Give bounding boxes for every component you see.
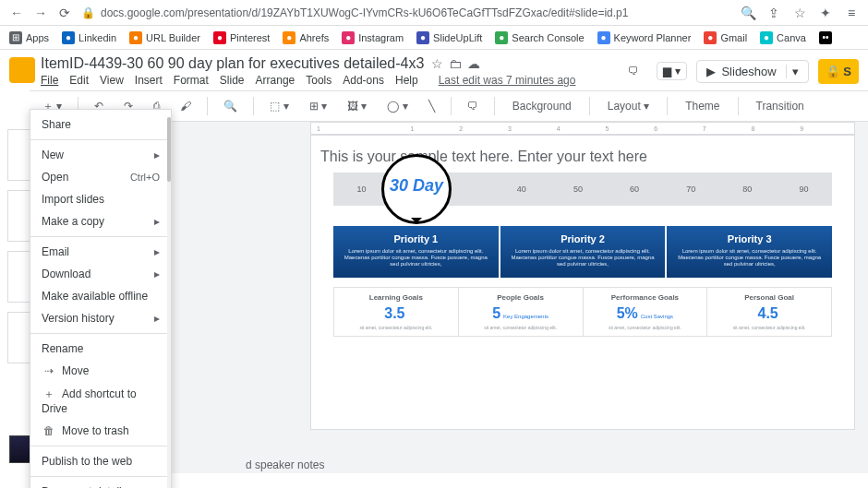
menu-add-ons[interactable]: Add-ons	[343, 74, 384, 87]
url-bar[interactable]: 🔒 docs.google.com/presentation/d/19ZAYbT…	[81, 6, 731, 19]
slideshow-button[interactable]: ▶Slideshow▾	[696, 60, 808, 83]
file-menu-move[interactable]: ⇢Move	[30, 360, 171, 382]
share-page-icon[interactable]: ⇪	[766, 6, 781, 20]
select-tool-button[interactable]: ⬚ ▾	[262, 96, 295, 116]
comment-button[interactable]: 🗨	[460, 96, 486, 116]
file-menu-add-shortcut-to-drive[interactable]: ＋Add shortcut to Drive	[30, 382, 171, 420]
canvas-area: 1123456789 This is your sample text here…	[120, 122, 868, 473]
slide-canvas[interactable]: This is your sample text here. Enter you…	[310, 135, 855, 430]
file-menu-publish-to-the-web[interactable]: Publish to the web	[30, 450, 171, 472]
background-button[interactable]: Background	[503, 96, 581, 116]
file-menu-download[interactable]: Download▸	[30, 263, 171, 285]
star-icon[interactable]: ☆	[792, 6, 807, 20]
file-menu-new[interactable]: New▸	[30, 144, 171, 166]
move-doc-icon[interactable]: 🗀	[449, 56, 462, 71]
priority-card: Priority 3Lorem ipsum dolor sit amet, co…	[667, 226, 832, 278]
speaker-notes[interactable]: d speaker notes	[246, 458, 324, 471]
meet-button[interactable]: ▆▾	[657, 62, 687, 80]
url-text: docs.google.com/presentation/d/19ZAYbT1X…	[101, 6, 628, 19]
play-icon: ▶	[706, 65, 716, 78]
lock-icon: 🔒	[81, 6, 95, 19]
bookmark-pinterest[interactable]: ●Pinterest	[213, 31, 270, 44]
file-menu-email[interactable]: Email▸	[30, 241, 171, 263]
doc-title[interactable]: ItemID-4439-30 60 90 day plan for execut…	[41, 55, 424, 72]
file-menu-import-slides[interactable]: Import slides	[30, 188, 171, 210]
transition-button[interactable]: Transition	[747, 96, 814, 116]
menu-slide[interactable]: Slide	[220, 74, 245, 87]
zoom-icon[interactable]: 🔍	[741, 6, 755, 20]
menu-tools[interactable]: Tools	[306, 74, 332, 87]
bookmark-keyword-planner[interactable]: ●Keyword Planner	[597, 31, 692, 44]
line-button[interactable]: ╲	[421, 96, 442, 116]
cloud-status-icon[interactable]: ☁	[467, 56, 480, 71]
bookmark-canva[interactable]: ●Canva	[760, 31, 806, 44]
priority-card: Priority 2Lorem ipsum dolor sit amet, co…	[500, 226, 666, 278]
forward-icon[interactable]: →	[33, 6, 48, 20]
bookmark-extra[interactable]: ••	[819, 31, 832, 44]
file-menu-document-details[interactable]: Document details	[30, 481, 171, 488]
apps-button[interactable]: ⊞Apps	[9, 31, 49, 44]
bookmark-instagram[interactable]: ●Instagram	[342, 31, 404, 44]
readlist-icon[interactable]: ≡	[844, 6, 859, 20]
goal-cell: Personal Goal4.5sit amet, consectetur ad…	[707, 288, 831, 336]
bookmark-gmail[interactable]: ●Gmail	[704, 31, 747, 44]
paint-format-button[interactable]: 🖌	[173, 96, 199, 116]
horizontal-ruler: 1123456789	[310, 122, 855, 135]
goal-cell: Performance Goals5%Cost Savingssit amet,…	[584, 288, 708, 336]
file-menu-rename[interactable]: Rename	[30, 338, 171, 360]
menu-format[interactable]: Format	[174, 74, 209, 87]
bookmark-linkedin[interactable]: ●Linkedin	[62, 31, 116, 44]
reload-icon[interactable]: ⟳	[57, 6, 72, 20]
layout-button[interactable]: Layout ▾	[598, 96, 658, 116]
goal-cell: Learning Goals3.5sit amet, consectetur a…	[334, 288, 459, 336]
file-menu-share[interactable]: Share	[30, 113, 171, 136]
priority-card: Priority 1Lorem ipsum dolor sit amet, co…	[333, 226, 499, 278]
menu-insert[interactable]: Insert	[135, 74, 163, 87]
share-button[interactable]: 🔒 S	[818, 59, 859, 84]
shape-button[interactable]: ◯ ▾	[380, 96, 415, 116]
bookmark-ahrefs[interactable]: ●Ahrefs	[283, 31, 329, 44]
goals-row: Learning Goals3.5sit amet, consectetur a…	[333, 287, 832, 337]
extensions-icon[interactable]: ✦	[818, 6, 833, 20]
goal-cell: People Goals5Key Engagementssit amet, co…	[459, 288, 584, 336]
file-menu-move-to-trash[interactable]: 🗑Move to trash	[30, 420, 171, 442]
menu-help[interactable]: Help	[395, 74, 418, 87]
menu-view[interactable]: View	[100, 74, 124, 87]
bookmark-search-console[interactable]: ●Search Console	[495, 31, 584, 44]
lock-small-icon: 🔒	[826, 65, 840, 78]
textbox-button[interactable]: ⊞ ▾	[302, 96, 334, 116]
slides-logo-icon[interactable]	[9, 57, 35, 83]
file-menu-version-history[interactable]: Version history▸	[30, 307, 171, 329]
file-menu-make-available-offline[interactable]: Make available offline	[30, 285, 171, 307]
file-menu-dropdown: ShareNew▸OpenCtrl+OImport slidesMake a c…	[30, 109, 172, 488]
back-icon[interactable]: ←	[9, 6, 24, 20]
file-menu-make-a-copy[interactable]: Make a copy▸	[30, 210, 171, 232]
bookmarks-bar: ⊞Apps ●Linkedin●URL Builder●Pinterest●Ah…	[0, 26, 868, 50]
gauge-bar: 30 Day 1020 405060708090	[333, 173, 832, 206]
menu-arrange[interactable]: Arrange	[256, 74, 295, 87]
image-button[interactable]: 🖼 ▾	[340, 96, 374, 116]
comments-icon[interactable]: 🗨	[620, 57, 647, 85]
meet-icon: ▆	[663, 65, 671, 77]
last-edit-text[interactable]: Last edit was 7 minutes ago	[439, 74, 576, 87]
bookmark-url-builder[interactable]: ●URL Builder	[129, 31, 200, 44]
file-menu-open[interactable]: OpenCtrl+O	[30, 166, 171, 188]
menu-file[interactable]: File	[41, 74, 58, 87]
bookmark-slideuplift[interactable]: ●SlideUpLift	[416, 31, 482, 44]
priority-row: Priority 1Lorem ipsum dolor sit amet, co…	[333, 226, 832, 278]
theme-button[interactable]: Theme	[676, 96, 729, 116]
star-doc-icon[interactable]: ☆	[431, 56, 443, 71]
app-header: ItemID-4439-30 60 90 day plan for execut…	[0, 50, 868, 87]
zoom-tool-button[interactable]: 🔍	[216, 96, 245, 116]
menu-edit[interactable]: Edit	[69, 74, 89, 87]
dial-30day: 30 Day	[381, 154, 452, 224]
browser-chrome: ← → ⟳ 🔒 docs.google.com/presentation/d/1…	[0, 0, 868, 26]
